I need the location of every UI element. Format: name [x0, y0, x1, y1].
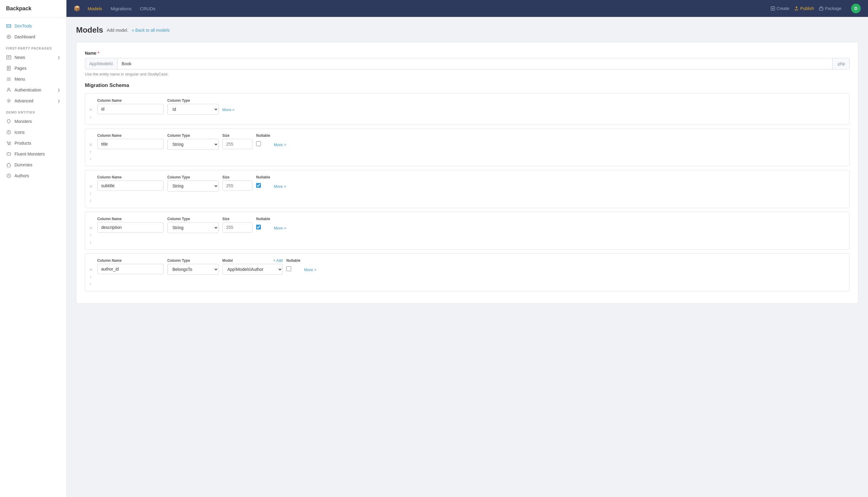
more-link-id[interactable]: More > [222, 98, 235, 112]
package-button[interactable]: Package [819, 6, 841, 11]
move-up-col-description[interactable]: ↑ [89, 232, 93, 238]
column-nullable-checkbox-author-id[interactable] [286, 266, 291, 271]
column-model-select-author-id[interactable]: App\Models\Author App\Models\Book [222, 264, 283, 275]
more-link-subtitle[interactable]: More > [274, 175, 286, 189]
column-size-input-description[interactable] [222, 222, 253, 232]
sidebar-item-fluent-monsters[interactable]: Fluent Monsters [0, 148, 66, 159]
add-model-link[interactable]: Add model. [107, 28, 128, 33]
tab-migrations[interactable]: Migrations [107, 4, 135, 13]
sidebar-item-devtools-label: DevTools [14, 24, 32, 28]
sidebar-item-icons[interactable]: Icons [0, 127, 66, 138]
move-down-col-author-id[interactable]: ↓ [89, 281, 93, 286]
more-link-title[interactable]: More > [274, 133, 286, 147]
section2-title: DEMO ENTITIES [0, 106, 66, 116]
column-type-label-id: Column Type [167, 98, 219, 103]
column-name-input-id[interactable] [97, 104, 164, 114]
sidebar-item-menu[interactable]: Menu [0, 74, 66, 85]
sidebar-item-dummies[interactable]: Dummies [0, 159, 66, 170]
column-size-input-subtitle[interactable] [222, 181, 253, 191]
move-down-col-subtitle[interactable]: ↓ [89, 198, 93, 203]
advanced-icon [6, 98, 12, 103]
main-area: 📦 Models Migrations CRUDs Create Publish… [67, 0, 868, 497]
column-type-select-author-id[interactable]: Id String Integer Text Boolean Date Date… [167, 264, 219, 275]
column-nullable-checkbox-description[interactable] [256, 225, 261, 229]
user-avatar[interactable]: D [851, 4, 861, 13]
news-icon [6, 55, 12, 60]
column-type-label-author-id: Column Type [167, 258, 219, 263]
sidebar-item-news[interactable]: News ❯ [0, 52, 66, 63]
sidebar-item-authentication-label: Authentication [14, 88, 41, 93]
move-up-col-author-id[interactable]: ↑ [89, 274, 93, 280]
sidebar-item-fluent-monsters-label: Fluent Monsters [14, 152, 45, 156]
add-model-option[interactable]: + Add [273, 258, 283, 263]
column-type-group-title: Column Type Id String Integer Text Boole… [167, 133, 219, 150]
row-controls-id: ✕ ↓ [88, 98, 94, 119]
tab-models[interactable]: Models [84, 4, 106, 13]
row-controls-description: ✕ ↑ ↓ [88, 217, 94, 245]
column-type-select-description[interactable]: Id String Integer Text Boolean Date Date… [167, 222, 219, 233]
sidebar: Backpack DevTools Dashboard FIRST-PARTY … [0, 0, 67, 497]
column-name-input-author-id[interactable] [97, 264, 164, 274]
column-type-label-subtitle: Column Type [167, 175, 219, 179]
move-down-col-title[interactable]: ↓ [89, 156, 93, 161]
column-size-input-title[interactable] [222, 139, 253, 149]
schema-fields-title: Column Name Column Type Id String Intege… [97, 133, 844, 150]
column-nullable-group-title: Nullable [256, 133, 270, 146]
column-name-input-description[interactable] [97, 222, 164, 232]
migration-schema-section: Migration Schema ✕ ↓ Column Name Column … [85, 82, 850, 292]
column-type-select-subtitle[interactable]: Id String Integer Text Boolean Date Date… [167, 181, 219, 191]
sidebar-item-advanced[interactable]: Advanced ❯ [0, 96, 66, 106]
column-type-group-id: Column Type Id String Integer Text Boole… [167, 98, 219, 115]
sidebar-item-devtools[interactable]: DevTools [0, 20, 66, 31]
remove-col-description[interactable]: ✕ [88, 225, 93, 231]
schema-row-author-id: ✕ ↑ ↓ Column Name Column Type Id [85, 253, 850, 292]
column-name-group-description: Column Name [97, 217, 164, 232]
column-name-input-title[interactable] [97, 139, 164, 149]
sidebar-item-pages[interactable]: Pages [0, 63, 66, 74]
move-up-col-title[interactable]: ↑ [89, 149, 93, 155]
tab-cruds[interactable]: CRUDs [137, 4, 159, 13]
svg-point-10 [8, 144, 9, 145]
move-up-col-subtitle[interactable]: ↑ [89, 191, 93, 196]
more-link-author-id[interactable]: More > [304, 258, 316, 272]
column-nullable-checkbox-subtitle[interactable] [256, 183, 261, 188]
column-type-label-title: Column Type [167, 133, 219, 138]
remove-col-title[interactable]: ✕ [88, 142, 93, 148]
advanced-arrow-icon: ❯ [57, 99, 60, 103]
column-size-group-subtitle: Size [222, 175, 253, 191]
more-link-description[interactable]: More > [274, 217, 286, 230]
publish-button[interactable]: Publish [794, 6, 814, 11]
column-nullable-checkbox-title[interactable] [256, 141, 261, 146]
sidebar-item-products[interactable]: Products [0, 138, 66, 148]
column-size-group-title: Size [222, 133, 253, 149]
column-name-label-subtitle: Column Name [97, 175, 164, 179]
column-name-input-subtitle[interactable] [97, 181, 164, 191]
move-down-col-id[interactable]: ↓ [89, 114, 93, 119]
sidebar-nav: DevTools Dashboard FIRST-PARTY PACKAGES … [0, 17, 66, 184]
sidebar-item-authors[interactable]: Authors [0, 170, 66, 181]
remove-col-subtitle[interactable]: ✕ [88, 184, 93, 190]
column-name-label-author-id: Column Name [97, 258, 164, 263]
remove-col-author-id[interactable]: ✕ [88, 267, 93, 273]
sidebar-item-authentication[interactable]: Authentication ❯ [0, 85, 66, 96]
back-to-all-models-link[interactable]: « Back to all models [132, 28, 169, 33]
page-title: Models [76, 25, 103, 35]
sidebar-item-dashboard-label: Dashboard [14, 34, 35, 39]
column-type-select-title[interactable]: Id String Integer Text Boolean Date Date… [167, 139, 219, 150]
sidebar-item-dummies-label: Dummies [14, 162, 32, 167]
sidebar-item-monsters[interactable]: Monsters [0, 116, 66, 127]
column-type-select-id[interactable]: Id String Integer Text Boolean Date Date… [167, 104, 219, 115]
create-button[interactable]: Create [771, 6, 789, 11]
dashboard-icon [6, 34, 12, 40]
section1-title: FIRST-PARTY PACKAGES [0, 42, 66, 52]
move-down-col-description[interactable]: ↓ [89, 239, 93, 245]
model-name-input[interactable] [117, 58, 833, 69]
svg-rect-15 [820, 8, 823, 10]
topnav-icon: 📦 [74, 5, 80, 12]
monsters-icon [6, 119, 12, 124]
model-name-input-row: App\Models\ .php [85, 58, 850, 69]
remove-col-id[interactable]: ✕ [88, 107, 93, 113]
sidebar-item-dashboard[interactable]: Dashboard [0, 31, 66, 42]
svg-point-11 [10, 144, 10, 145]
required-indicator: * [98, 51, 99, 56]
